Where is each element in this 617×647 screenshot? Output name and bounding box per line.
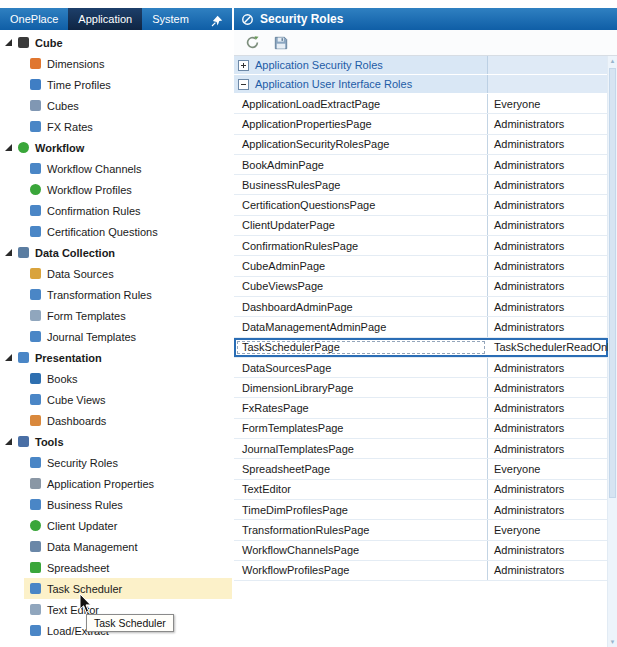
- cell-page[interactable]: WorkflowChannelsPage: [234, 541, 488, 560]
- table-row[interactable]: FormTemplatesPageAdministrators: [234, 419, 608, 439]
- cell-role[interactable]: Administrators: [488, 358, 608, 377]
- cell-page[interactable]: FormTemplatesPage: [234, 419, 488, 438]
- tree-item-journal-templates[interactable]: Journal Templates: [0, 326, 232, 347]
- cell-role[interactable]: Everyone: [488, 520, 608, 539]
- tree-item-client-updater[interactable]: Client Updater: [0, 515, 232, 536]
- group-row-application-security-roles[interactable]: Application Security Roles: [234, 56, 608, 75]
- cell-page[interactable]: CubeViewsPage: [234, 277, 488, 296]
- cell-page[interactable]: WorkflowProfilesPage: [234, 561, 488, 580]
- tree-item-application-properties[interactable]: Application Properties: [0, 473, 232, 494]
- table-row[interactable]: TimeDimProfilesPageAdministrators: [234, 500, 608, 520]
- collapse-icon[interactable]: [238, 79, 249, 90]
- cell-role[interactable]: Everyone: [488, 459, 608, 478]
- save-icon[interactable]: [271, 33, 290, 52]
- tree-item-workflow-channels[interactable]: Workflow Channels: [0, 158, 232, 179]
- cell-role[interactable]: Administrators: [488, 256, 608, 275]
- cell-role[interactable]: Administrators: [488, 236, 608, 255]
- cell-page[interactable]: FxRatesPage: [234, 398, 488, 417]
- tree-item-dashboards[interactable]: Dashboards: [0, 410, 232, 431]
- group-row-application-user-interface-roles[interactable]: Application User Interface Roles: [234, 75, 608, 94]
- tree-item-fx-rates[interactable]: FX Rates: [0, 116, 232, 137]
- cell-role[interactable]: Administrators: [488, 439, 608, 458]
- cell-page[interactable]: ApplicationSecurityRolesPage: [234, 135, 488, 154]
- cell-page[interactable]: DashboardAdminPage: [234, 297, 488, 316]
- tree-section-presentation[interactable]: Presentation: [0, 347, 232, 368]
- cell-role[interactable]: Administrators: [488, 175, 608, 194]
- tree-item-cube-views[interactable]: Cube Views: [0, 389, 232, 410]
- tree-item-data-management[interactable]: Data Management: [0, 536, 232, 557]
- tree-item-books[interactable]: Books: [0, 368, 232, 389]
- cell-page[interactable]: JournalTemplatesPage: [234, 439, 488, 458]
- cell-role[interactable]: Administrators: [488, 317, 608, 336]
- cell-role[interactable]: Administrators: [488, 500, 608, 519]
- table-row[interactable]: TaskSchedulerPageTaskSchedulerReadOnly: [234, 338, 608, 358]
- table-row[interactable]: DataManagementAdminPageAdministrators: [234, 317, 608, 337]
- table-row[interactable]: CubeAdminPageAdministrators: [234, 256, 608, 276]
- cell-role[interactable]: Administrators: [488, 297, 608, 316]
- cell-page[interactable]: ConfirmationRulesPage: [234, 236, 488, 255]
- tree-section-workflow[interactable]: Workflow: [0, 137, 232, 158]
- cell-role[interactable]: TaskSchedulerReadOnly: [488, 338, 608, 357]
- pin-icon[interactable]: [211, 13, 223, 25]
- cell-role[interactable]: Administrators: [488, 480, 608, 499]
- expander-icon[interactable]: [5, 144, 12, 151]
- cell-page[interactable]: TaskSchedulerPage: [234, 338, 488, 357]
- tree-item-business-rules[interactable]: Business Rules: [0, 494, 232, 515]
- cell-role[interactable]: Administrators: [488, 419, 608, 438]
- cell-page[interactable]: ClientUpdaterPage: [234, 216, 488, 235]
- expand-icon[interactable]: [238, 60, 249, 71]
- cell-page[interactable]: TransformationRulesPage: [234, 520, 488, 539]
- tree-item-cubes[interactable]: Cubes: [0, 95, 232, 116]
- tree-item-task-scheduler[interactable]: Task Scheduler: [0, 578, 232, 599]
- tab-oneplace[interactable]: OnePlace: [0, 8, 68, 30]
- expander-icon[interactable]: [5, 39, 12, 46]
- table-row[interactable]: ApplicationPropertiesPageAdministrators: [234, 114, 608, 134]
- cell-page[interactable]: DimensionLibraryPage: [234, 378, 488, 397]
- table-row[interactable]: ClientUpdaterPageAdministrators: [234, 216, 608, 236]
- table-row[interactable]: TextEditorAdministrators: [234, 480, 608, 500]
- cell-role[interactable]: Administrators: [488, 216, 608, 235]
- cell-page[interactable]: DataManagementAdminPage: [234, 317, 488, 336]
- scroll-up-icon[interactable]: ▲: [608, 56, 617, 66]
- cell-role[interactable]: Administrators: [488, 135, 608, 154]
- table-row[interactable]: TransformationRulesPageEveryone: [234, 520, 608, 540]
- scrollbar-thumb[interactable]: [609, 68, 616, 498]
- table-row[interactable]: DashboardAdminPageAdministrators: [234, 297, 608, 317]
- table-row[interactable]: ApplicationSecurityRolesPageAdministrato…: [234, 135, 608, 155]
- table-row[interactable]: DimensionLibraryPageAdministrators: [234, 378, 608, 398]
- expander-icon[interactable]: [5, 249, 12, 256]
- tree-item-dimensions[interactable]: Dimensions: [0, 53, 232, 74]
- vertical-scrollbar[interactable]: ▲ ▼: [607, 56, 617, 647]
- cell-page[interactable]: CertificationQuestionsPage: [234, 195, 488, 214]
- expander-icon[interactable]: [5, 438, 12, 445]
- table-row[interactable]: WorkflowChannelsPageAdministrators: [234, 541, 608, 561]
- table-row[interactable]: ConfirmationRulesPageAdministrators: [234, 236, 608, 256]
- cell-role[interactable]: Administrators: [488, 155, 608, 174]
- cell-page[interactable]: DataSourcesPage: [234, 358, 488, 377]
- cell-role[interactable]: Administrators: [488, 561, 608, 580]
- cell-role[interactable]: Everyone: [488, 94, 608, 113]
- table-row[interactable]: CertificationQuestionsPageAdministrators: [234, 195, 608, 215]
- table-row[interactable]: JournalTemplatesPageAdministrators: [234, 439, 608, 459]
- cell-page[interactable]: BusinessRulesPage: [234, 175, 488, 194]
- cell-page[interactable]: CubeAdminPage: [234, 256, 488, 275]
- table-row[interactable]: DataSourcesPageAdministrators: [234, 358, 608, 378]
- cell-page[interactable]: ApplicationPropertiesPage: [234, 114, 488, 133]
- table-row[interactable]: ApplicationLoadExtractPageEveryone: [234, 94, 608, 114]
- table-row[interactable]: WorkflowProfilesPageAdministrators: [234, 561, 608, 581]
- cell-page[interactable]: TimeDimProfilesPage: [234, 500, 488, 519]
- tree-item-transformation-rules[interactable]: Transformation Rules: [0, 284, 232, 305]
- tree-item-certification-questions[interactable]: Certification Questions: [0, 221, 232, 242]
- table-row[interactable]: FxRatesPageAdministrators: [234, 398, 608, 418]
- tree-item-confirmation-rules[interactable]: Confirmation Rules: [0, 200, 232, 221]
- tree-section-cube[interactable]: Cube: [0, 32, 232, 53]
- expander-icon[interactable]: [5, 354, 12, 361]
- tree-item-form-templates[interactable]: Form Templates: [0, 305, 232, 326]
- tree-section-data-collection[interactable]: Data Collection: [0, 242, 232, 263]
- tree-section-tools[interactable]: Tools: [0, 431, 232, 452]
- cell-page[interactable]: SpreadsheetPage: [234, 459, 488, 478]
- cell-role[interactable]: Administrators: [488, 195, 608, 214]
- table-row[interactable]: SpreadsheetPageEveryone: [234, 459, 608, 479]
- tree-item-security-roles[interactable]: Security Roles: [0, 452, 232, 473]
- table-row[interactable]: CubeViewsPageAdministrators: [234, 277, 608, 297]
